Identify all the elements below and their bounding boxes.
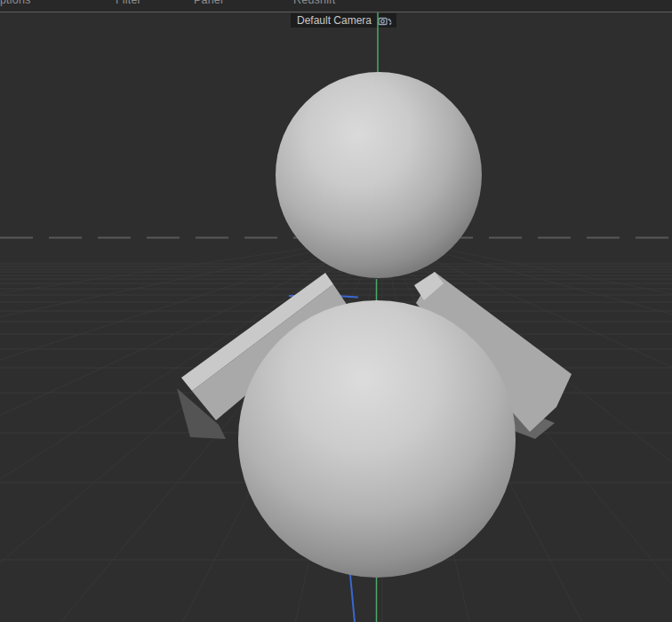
- z-axis-bottom: [350, 575, 355, 622]
- camera-label-text: Default Camera: [297, 13, 372, 28]
- menu-item-redshift[interactable]: Redshift: [293, 0, 335, 6]
- viewport-menubar: Options Filter Panel Redshift: [0, 0, 672, 12]
- 3d-viewport-canvas[interactable]: [0, 0, 672, 622]
- camera-rotate-icon[interactable]: [378, 15, 392, 27]
- viewport-stage: Options Filter Panel Redshift Default Ca…: [0, 0, 672, 622]
- head-sphere[interactable]: [276, 72, 482, 278]
- menu-item-panel[interactable]: Panel: [194, 0, 223, 6]
- body-sphere[interactable]: [238, 300, 516, 578]
- menu-item-options[interactable]: Options: [0, 0, 30, 6]
- menu-item-filter[interactable]: Filter: [116, 0, 141, 6]
- camera-label[interactable]: Default Camera: [291, 13, 396, 28]
